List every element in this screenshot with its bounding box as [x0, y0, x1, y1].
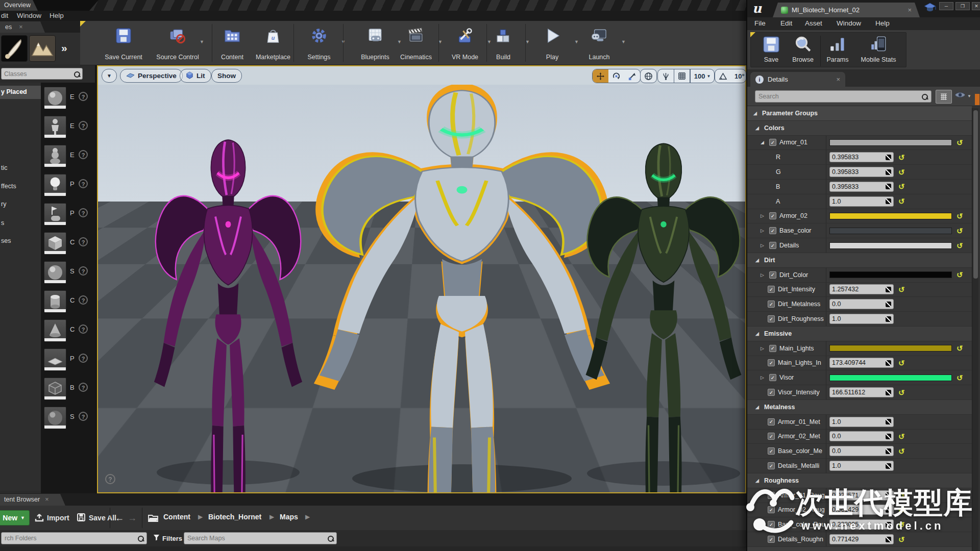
- box-thumbnail[interactable]: [44, 378, 66, 400]
- value-input[interactable]: 173.409744: [829, 358, 894, 368]
- color-swatch[interactable]: [829, 271, 952, 278]
- slider-drag-icon[interactable]: [886, 463, 891, 469]
- slider-drag-icon[interactable]: [886, 302, 891, 307]
- override-checkbox[interactable]: ✓: [768, 521, 775, 528]
- visibility-filter-button[interactable]: ▼: [954, 91, 971, 101]
- reset-to-default-icon[interactable]: ↺: [898, 197, 905, 205]
- reset-to-default-icon[interactable]: ↺: [898, 433, 905, 440]
- value-input[interactable]: 0.0: [829, 446, 894, 456]
- slider-drag-icon[interactable]: [886, 316, 891, 322]
- params-button[interactable]: Params: [823, 34, 852, 63]
- value-input[interactable]: 0.395833: [829, 182, 894, 192]
- category-item[interactable]: ffects: [1, 183, 16, 190]
- value-input[interactable]: 166.511612: [829, 387, 894, 397]
- rotate-tool-button[interactable]: [608, 69, 624, 83]
- tutorial-cap-icon[interactable]: [923, 2, 937, 13]
- reset-to-default-icon[interactable]: ↺: [898, 536, 905, 543]
- save-current-button[interactable]: Save Current: [95, 24, 152, 63]
- menu-help[interactable]: Help: [875, 19, 890, 27]
- settings-button[interactable]: ▼ Settings: [290, 24, 348, 63]
- expanded-triangle-icon[interactable]: ◢: [755, 478, 761, 483]
- override-checkbox[interactable]: ✓: [768, 447, 775, 455]
- color-swatch[interactable]: [829, 228, 952, 234]
- view-mode-button[interactable]: Lit: [180, 69, 211, 83]
- scrollbar-thumb[interactable]: [973, 110, 978, 279]
- override-checkbox[interactable]: ✓: [768, 286, 775, 293]
- override-checkbox[interactable]: ✓: [768, 418, 775, 425]
- details-tab[interactable]: i Details ×: [750, 72, 845, 87]
- breadcrumb-maps[interactable]: Maps: [280, 513, 298, 521]
- override-checkbox[interactable]: ✓: [769, 227, 776, 234]
- surface-snap-button[interactable]: [658, 69, 674, 83]
- color-swatch[interactable]: [829, 242, 952, 249]
- back-arrow-icon[interactable]: ←: [115, 510, 124, 525]
- color-swatch[interactable]: [829, 374, 952, 381]
- override-checkbox[interactable]: ✓: [769, 345, 776, 352]
- collapsed-triangle-icon[interactable]: ▷: [761, 213, 766, 218]
- collapsed-triangle-icon[interactable]: ▷: [761, 346, 766, 351]
- viewport-scene[interactable]: ?: [98, 85, 745, 492]
- expand-chevrons-icon[interactable]: »: [61, 42, 67, 54]
- slider-drag-icon[interactable]: [886, 198, 891, 204]
- place-actor-item[interactable]: C?: [41, 318, 95, 347]
- paint-mode-button[interactable]: [1, 35, 28, 62]
- reset-to-default-icon[interactable]: ↺: [898, 447, 905, 455]
- launch-button[interactable]: ▼ Launch: [571, 24, 628, 63]
- value-input[interactable]: 0.395833: [829, 167, 894, 177]
- place-actor-item[interactable]: P?: [41, 173, 95, 202]
- chevron-down-icon[interactable]: ▼: [621, 39, 626, 44]
- collapsed-triangle-icon[interactable]: ▷: [761, 375, 766, 380]
- place-actor-item[interactable]: S?: [41, 406, 95, 435]
- reset-to-default-icon[interactable]: ↺: [898, 389, 905, 396]
- forward-arrow-icon[interactable]: →: [128, 510, 137, 525]
- menu-window[interactable]: Window: [837, 19, 861, 27]
- classes-search-input[interactable]: [2, 68, 68, 79]
- import-button[interactable]: Import: [35, 510, 69, 525]
- place-actor-item[interactable]: S?: [41, 260, 95, 289]
- override-checkbox[interactable]: ✓: [769, 139, 776, 146]
- details-search-input[interactable]: [755, 91, 921, 102]
- scale-tool-button[interactable]: [624, 69, 640, 83]
- reset-to-default-icon[interactable]: ↺: [898, 286, 905, 293]
- reset-to-default-icon[interactable]: ↺: [957, 212, 963, 220]
- help-question-icon[interactable]: ?: [79, 179, 88, 188]
- menu-window[interactable]: Window: [17, 12, 41, 19]
- expanded-triangle-icon[interactable]: ◢: [761, 140, 766, 145]
- save-button[interactable]: Save: [757, 34, 786, 63]
- slider-drag-icon[interactable]: [886, 169, 891, 175]
- slider-drag-icon[interactable]: [886, 155, 891, 160]
- value-input[interactable]: 0.061429: [829, 505, 894, 515]
- place-actor-item[interactable]: E?: [41, 86, 95, 115]
- slider-drag-icon[interactable]: [886, 448, 891, 454]
- details-scrollbar[interactable]: [972, 108, 978, 551]
- expanded-triangle-icon[interactable]: ◢: [755, 258, 761, 263]
- angle-snap-toggle[interactable]: [715, 69, 731, 83]
- reset-to-default-icon[interactable]: ↺: [957, 227, 963, 235]
- menu-edit[interactable]: Edit: [780, 19, 792, 27]
- help-question-icon[interactable]: ?: [79, 324, 88, 334]
- override-checkbox[interactable]: ✓: [768, 492, 775, 499]
- value-input[interactable]: 1.0: [829, 461, 894, 471]
- reset-to-default-icon[interactable]: ↺: [957, 344, 963, 352]
- override-checkbox[interactable]: ✓: [768, 315, 775, 322]
- color-swatch[interactable]: [829, 345, 952, 352]
- place-actor-item[interactable]: E?: [41, 144, 95, 173]
- reset-to-default-icon[interactable]: ↺: [957, 374, 963, 382]
- expanded-triangle-icon[interactable]: ◢: [755, 405, 761, 410]
- reset-to-default-icon[interactable]: ↺: [898, 521, 905, 529]
- grid-snap-toggle[interactable]: [674, 69, 690, 83]
- value-input[interactable]: 0.395833: [829, 152, 894, 162]
- source-control-button[interactable]: ▼ Source Control: [149, 24, 206, 63]
- close-icon[interactable]: ×: [19, 23, 22, 31]
- maximize-button[interactable]: ❐: [955, 2, 970, 10]
- reset-to-default-icon[interactable]: ↺: [898, 183, 905, 190]
- add-new-button[interactable]: New ▼: [0, 510, 30, 525]
- place-actor-item[interactable]: C?: [41, 231, 95, 260]
- pawn-thumbnail[interactable]: [44, 145, 66, 167]
- value-input[interactable]: 1.0: [829, 314, 894, 324]
- show-flags-button[interactable]: Show: [211, 69, 242, 83]
- reset-to-default-icon[interactable]: ↺: [898, 506, 905, 514]
- level-viewport[interactable]: ▼ Perspective Lit Show: [97, 65, 746, 493]
- slider-drag-icon[interactable]: [886, 434, 891, 439]
- sphere-dark-thumbnail[interactable]: [44, 407, 66, 429]
